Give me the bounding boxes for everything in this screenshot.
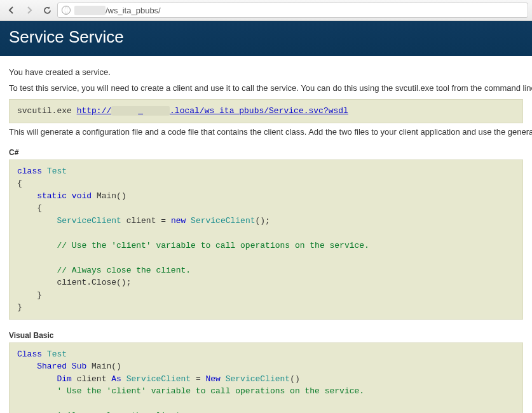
forward-button[interactable] — [22, 3, 37, 18]
page-header: Service Service — [0, 21, 532, 56]
page-title: Service Service — [9, 27, 523, 47]
reload-button[interactable] — [39, 3, 55, 18]
vb-label: Visual Basic — [9, 331, 523, 340]
svcutil-command: svcutil.exe http://x.local/ws_ita_pbubs/… — [9, 99, 523, 123]
intro-line-1: You have created a service. — [9, 67, 523, 77]
csharp-label: C# — [9, 148, 523, 157]
browser-toolbar: xx/ws_ita_pbubs/ — [0, 0, 532, 21]
back-button[interactable] — [4, 3, 19, 18]
vb-code: Class Test Shared Sub Main() Dim client … — [9, 342, 523, 414]
csharp-code: class Test { static void Main() { Servic… — [9, 159, 523, 320]
globe-icon — [62, 6, 71, 15]
wsdl-link[interactable]: http://x.local/ws_ita_pbubs/Service.svc?… — [77, 106, 348, 116]
after-text: This will generate a configuration file … — [9, 127, 523, 137]
address-bar[interactable]: xx/ws_ita_pbubs/ — [57, 3, 528, 18]
intro-line-2: To test this service, you will need to c… — [9, 83, 523, 93]
page-content: You have created a service. To test this… — [0, 56, 532, 413]
url-text: xx/ws_ita_pbubs/ — [74, 6, 161, 15]
